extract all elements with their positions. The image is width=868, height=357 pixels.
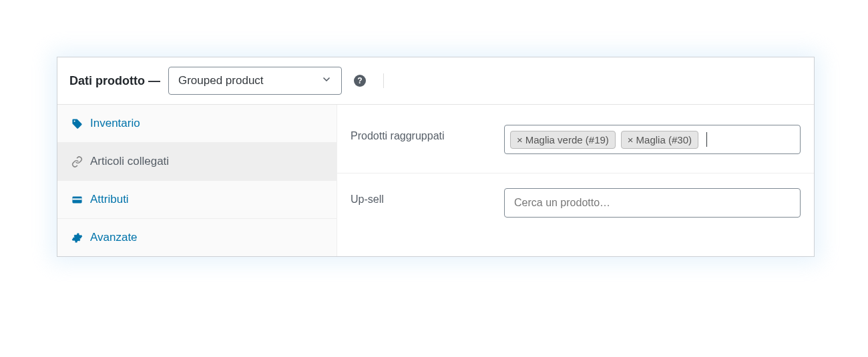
sidebar-item-label: Inventario: [90, 117, 140, 130]
chevron-down-icon: [321, 74, 332, 87]
text-cursor: [706, 132, 707, 147]
sidebar-item-label: Attributi: [90, 193, 129, 206]
field-upsell: Up-sell Cerca un prodotto…: [337, 173, 814, 236]
placeholder-text: Cerca un prodotto…: [514, 197, 610, 209]
product-tag: × Maglia verde (#19): [510, 131, 616, 149]
product-type-select[interactable]: Grouped product: [168, 67, 342, 95]
sidebar-item-label: Articoli collegati: [90, 155, 169, 168]
tag-text: Maglia (#30): [636, 134, 692, 145]
sidebar-item-inventario[interactable]: Inventario: [57, 105, 337, 143]
field-grouped-products: Prodotti raggruppati × Maglia verde (#19…: [337, 110, 814, 173]
content-area: Prodotti raggruppati × Maglia verde (#19…: [337, 105, 814, 256]
sidebar-item-articoli-collegati[interactable]: Articoli collegati: [57, 143, 337, 181]
tag-text: Maglia verde (#19): [525, 134, 609, 145]
grouped-products-input[interactable]: × Maglia verde (#19) × Maglia (#30): [504, 125, 801, 154]
card-icon: [71, 194, 83, 206]
field-control: × Maglia verde (#19) × Maglia (#30): [504, 125, 801, 154]
link-icon: [71, 155, 83, 167]
sidebar: Inventario Articoli collegati Attributi …: [57, 105, 337, 256]
field-control: Cerca un prodotto…: [504, 188, 801, 218]
sidebar-item-attributi[interactable]: Attributi: [57, 181, 337, 219]
svg-rect-1: [72, 198, 81, 200]
product-type-value: Grouped product: [178, 74, 264, 87]
panel-header: Dati prodotto — Grouped product ?: [57, 57, 814, 105]
gear-icon: [71, 232, 83, 244]
product-tag: × Maglia (#30): [621, 131, 698, 149]
help-icon[interactable]: ?: [354, 75, 366, 87]
field-label: Up-sell: [351, 188, 504, 206]
product-data-panel: Dati prodotto — Grouped product ? Invent…: [57, 57, 815, 257]
panel-body: Inventario Articoli collegati Attributi …: [57, 105, 814, 256]
sidebar-item-label: Avanzate: [90, 231, 138, 244]
panel-title: Dati prodotto —: [69, 74, 160, 88]
tag-icon: [71, 117, 83, 129]
sidebar-item-avanzate[interactable]: Avanzate: [57, 219, 337, 256]
remove-tag-icon[interactable]: ×: [517, 134, 523, 145]
divider: [383, 73, 384, 88]
upsell-search-input[interactable]: Cerca un prodotto…: [504, 188, 801, 218]
field-label: Prodotti raggruppati: [351, 125, 504, 142]
remove-tag-icon[interactable]: ×: [628, 134, 634, 145]
